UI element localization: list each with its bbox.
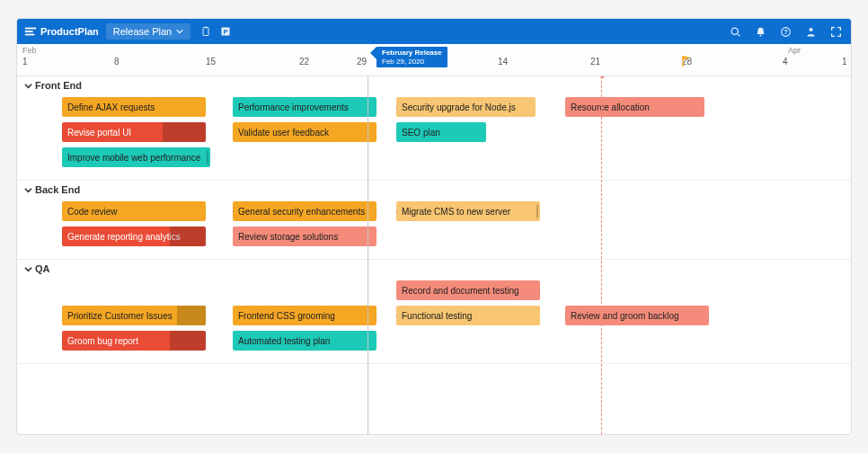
- bar-label: Resource allocation: [571, 102, 650, 112]
- bar-label: Security upgrade for Node.js: [402, 102, 516, 112]
- roadmap-bar[interactable]: SEO plan: [396, 122, 486, 142]
- app-name: ProductPlan: [40, 26, 99, 37]
- resize-handle[interactable]: [207, 150, 208, 164]
- roadmap-bar[interactable]: Review storage solutions: [233, 226, 376, 246]
- roadmap-bar[interactable]: Migrate CMS to new server⊷: [396, 201, 540, 221]
- plan-selector-label: Release Plan: [113, 26, 172, 37]
- svg-rect-0: [25, 28, 36, 30]
- link-right-icon[interactable]: ⊶: [205, 102, 206, 111]
- lane-row: Improve mobile web performance: [17, 147, 851, 169]
- roadmap-bar[interactable]: Generate reporting analytics: [62, 226, 206, 246]
- lane-header[interactable]: Front End: [17, 76, 851, 94]
- bell-icon[interactable]: [752, 23, 768, 40]
- bar-label: Migrate CMS to new server: [402, 207, 510, 217]
- lane: Front EndDefine AJAX requests⊶Performanc…: [17, 76, 851, 181]
- date-tick: 29: [357, 57, 367, 67]
- logo-icon: [24, 25, 37, 38]
- roadmap-bar[interactable]: Define AJAX requests⊶: [62, 97, 206, 117]
- flag-icon[interactable]: [682, 56, 691, 68]
- month-label: Apr: [788, 46, 801, 55]
- bar-label: Define AJAX requests: [67, 102, 155, 112]
- bar-label: Review storage solutions: [238, 232, 338, 242]
- roadmap-bar[interactable]: Code review⊶: [62, 201, 206, 221]
- date-tick: 14: [498, 57, 508, 67]
- bar-label: Revise portal UI: [67, 128, 131, 138]
- chevron-down-icon: [24, 265, 32, 273]
- link-right-icon[interactable]: ⊶: [376, 102, 376, 111]
- link-left-icon[interactable]: ⊷: [396, 311, 397, 320]
- lane-row: Revise portal UIValidate user feedbackSE…: [17, 122, 851, 144]
- month-label: Feb: [22, 46, 37, 55]
- lane-row: Groom bug reportAutomated testing plan: [17, 331, 851, 352]
- svg-point-7: [731, 28, 738, 34]
- roadmap-bar[interactable]: Record and document testing⊶: [396, 280, 540, 300]
- link-right-icon[interactable]: ⊶: [205, 311, 206, 320]
- lane-header[interactable]: QA: [17, 260, 851, 278]
- lane-row: Code review⊶General security enhancement…: [17, 201, 851, 223]
- roadmap-bar[interactable]: Frontend CSS grooming⊶: [233, 306, 376, 325]
- roadmap-bar[interactable]: Security upgrade for Node.js⊷: [396, 97, 536, 117]
- svg-text:P: P: [224, 28, 228, 36]
- svg-rect-2: [25, 34, 35, 36]
- help-icon[interactable]: ?: [777, 23, 793, 40]
- link-right-icon[interactable]: ⊶: [376, 207, 376, 216]
- lane-title: QA: [35, 263, 50, 274]
- bar-label: General security enhancements: [238, 207, 365, 217]
- lane: QARecord and document testing⊶Prioritize…: [17, 260, 851, 364]
- plan-selector[interactable]: Release Plan: [106, 23, 190, 40]
- roadmap-bar[interactable]: Review and groom backlog⊷: [565, 306, 709, 325]
- roadmap-bar[interactable]: Revise portal UI: [62, 122, 206, 142]
- resize-handle[interactable]: [536, 204, 538, 218]
- svg-point-9: [759, 34, 761, 36]
- svg-point-12: [809, 28, 812, 31]
- roadmap-body: Front EndDefine AJAX requests⊶Performanc…: [17, 76, 851, 434]
- roadmap-bar[interactable]: Improve mobile web performance: [62, 147, 210, 167]
- roadmap-bar[interactable]: Validate user feedback: [233, 122, 376, 142]
- date-tick: 4: [783, 57, 788, 67]
- bar-label: Frontend CSS grooming: [238, 311, 335, 321]
- link-left-icon[interactable]: ⊷: [565, 311, 566, 320]
- lane-title: Front End: [35, 80, 82, 91]
- milestone-date: Feb 29, 2020: [382, 58, 442, 67]
- bar-progress: [170, 331, 206, 351]
- roadmap-bar[interactable]: Resource allocation: [565, 97, 704, 117]
- svg-rect-1: [25, 31, 33, 32]
- link-right-icon[interactable]: ⊶: [205, 207, 206, 216]
- date-tick: 8: [114, 57, 120, 67]
- bar-label: Automated testing plan: [238, 336, 330, 346]
- link-left-icon[interactable]: ⊷: [396, 207, 397, 216]
- lane-row: Define AJAX requests⊶Performance improve…: [17, 97, 851, 119]
- header-tools: P: [198, 23, 234, 40]
- caret-down-icon: [176, 28, 183, 35]
- link-right-icon[interactable]: ⊶: [376, 311, 376, 320]
- parking-icon[interactable]: P: [217, 23, 234, 40]
- link-right-icon[interactable]: ⊶: [539, 286, 540, 295]
- roadmap-bar[interactable]: Groom bug report: [62, 331, 206, 351]
- date-tick: 1: [842, 57, 847, 67]
- date-tick: 1: [22, 57, 28, 67]
- link-left-icon[interactable]: ⊷: [233, 207, 234, 216]
- user-icon[interactable]: [802, 23, 819, 40]
- roadmap-bar[interactable]: Functional testing⊷: [396, 306, 540, 325]
- today-line: [368, 76, 368, 434]
- bar-label: Performance improvements: [238, 102, 349, 112]
- svg-line-8: [737, 33, 739, 35]
- roadmap-bar[interactable]: Performance improvements⊶: [233, 97, 376, 117]
- svg-rect-3: [203, 28, 208, 36]
- roadmap-bar[interactable]: Prioritize Customer Issues⊶: [62, 306, 206, 325]
- bar-label: Validate user feedback: [238, 128, 329, 138]
- roadmap-bar[interactable]: General security enhancements⊶⊷: [233, 201, 376, 221]
- clipboard-icon[interactable]: [198, 23, 214, 40]
- milestone-title: February Release: [382, 49, 442, 58]
- marker-line: [601, 76, 602, 434]
- roadmap-bar[interactable]: Automated testing plan: [233, 331, 376, 351]
- date-tick: 15: [206, 57, 216, 67]
- app-logo[interactable]: ProductPlan: [24, 25, 99, 38]
- lane-row: Record and document testing⊶: [17, 280, 851, 302]
- milestone-marker[interactable]: February ReleaseFeb 29, 2020: [376, 47, 447, 67]
- link-left-icon[interactable]: ⊷: [396, 102, 397, 111]
- lane-header[interactable]: Back End: [17, 181, 851, 199]
- expand-icon[interactable]: [828, 23, 844, 40]
- search-icon[interactable]: [727, 23, 743, 40]
- lane-rows: Define AJAX requests⊶Performance improve…: [17, 94, 851, 180]
